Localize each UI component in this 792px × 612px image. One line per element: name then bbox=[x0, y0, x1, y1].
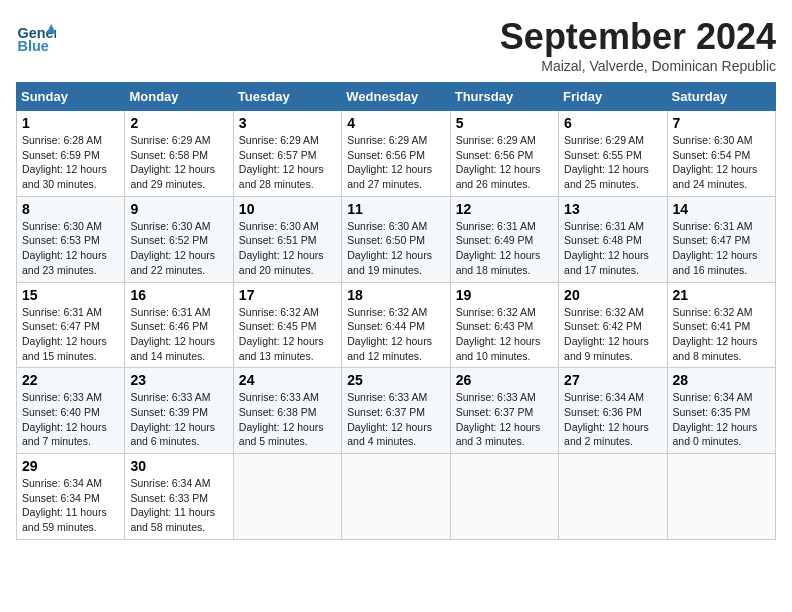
col-tuesday: Tuesday bbox=[233, 83, 341, 111]
day-info: Sunrise: 6:31 AM Sunset: 6:49 PM Dayligh… bbox=[456, 219, 553, 278]
day-number: 20 bbox=[564, 287, 661, 303]
day-info: Sunrise: 6:34 AM Sunset: 6:35 PM Dayligh… bbox=[673, 390, 770, 449]
day-number: 18 bbox=[347, 287, 444, 303]
day-info: Sunrise: 6:32 AM Sunset: 6:45 PM Dayligh… bbox=[239, 305, 336, 364]
calendar-week-row: 22 Sunrise: 6:33 AM Sunset: 6:40 PM Dayl… bbox=[17, 368, 776, 454]
calendar-day-cell: 10 Sunrise: 6:30 AM Sunset: 6:51 PM Dayl… bbox=[233, 196, 341, 282]
day-info: Sunrise: 6:31 AM Sunset: 6:48 PM Dayligh… bbox=[564, 219, 661, 278]
calendar-day-cell: 16 Sunrise: 6:31 AM Sunset: 6:46 PM Dayl… bbox=[125, 282, 233, 368]
day-number: 11 bbox=[347, 201, 444, 217]
calendar-day-cell: 27 Sunrise: 6:34 AM Sunset: 6:36 PM Dayl… bbox=[559, 368, 667, 454]
day-info: Sunrise: 6:29 AM Sunset: 6:57 PM Dayligh… bbox=[239, 133, 336, 192]
calendar-day-cell: 17 Sunrise: 6:32 AM Sunset: 6:45 PM Dayl… bbox=[233, 282, 341, 368]
calendar-day-cell: 2 Sunrise: 6:29 AM Sunset: 6:58 PM Dayli… bbox=[125, 111, 233, 197]
day-info: Sunrise: 6:30 AM Sunset: 6:53 PM Dayligh… bbox=[22, 219, 119, 278]
day-info: Sunrise: 6:33 AM Sunset: 6:39 PM Dayligh… bbox=[130, 390, 227, 449]
calendar-day-cell: 28 Sunrise: 6:34 AM Sunset: 6:35 PM Dayl… bbox=[667, 368, 775, 454]
calendar-day-cell bbox=[342, 454, 450, 540]
calendar-day-cell: 9 Sunrise: 6:30 AM Sunset: 6:52 PM Dayli… bbox=[125, 196, 233, 282]
day-number: 24 bbox=[239, 372, 336, 388]
calendar-day-cell: 30 Sunrise: 6:34 AM Sunset: 6:33 PM Dayl… bbox=[125, 454, 233, 540]
day-info: Sunrise: 6:33 AM Sunset: 6:38 PM Dayligh… bbox=[239, 390, 336, 449]
month-title: September 2024 bbox=[500, 16, 776, 58]
calendar-day-cell: 5 Sunrise: 6:29 AM Sunset: 6:56 PM Dayli… bbox=[450, 111, 558, 197]
calendar-table: Sunday Monday Tuesday Wednesday Thursday… bbox=[16, 82, 776, 540]
calendar-day-cell: 11 Sunrise: 6:30 AM Sunset: 6:50 PM Dayl… bbox=[342, 196, 450, 282]
day-number: 9 bbox=[130, 201, 227, 217]
calendar-week-row: 29 Sunrise: 6:34 AM Sunset: 6:34 PM Dayl… bbox=[17, 454, 776, 540]
day-number: 21 bbox=[673, 287, 770, 303]
col-thursday: Thursday bbox=[450, 83, 558, 111]
day-number: 28 bbox=[673, 372, 770, 388]
calendar-day-cell: 15 Sunrise: 6:31 AM Sunset: 6:47 PM Dayl… bbox=[17, 282, 125, 368]
day-info: Sunrise: 6:32 AM Sunset: 6:43 PM Dayligh… bbox=[456, 305, 553, 364]
day-info: Sunrise: 6:32 AM Sunset: 6:42 PM Dayligh… bbox=[564, 305, 661, 364]
calendar-day-cell: 1 Sunrise: 6:28 AM Sunset: 6:59 PM Dayli… bbox=[17, 111, 125, 197]
day-number: 14 bbox=[673, 201, 770, 217]
calendar-day-cell: 13 Sunrise: 6:31 AM Sunset: 6:48 PM Dayl… bbox=[559, 196, 667, 282]
calendar-day-cell bbox=[667, 454, 775, 540]
day-info: Sunrise: 6:30 AM Sunset: 6:50 PM Dayligh… bbox=[347, 219, 444, 278]
day-number: 5 bbox=[456, 115, 553, 131]
day-info: Sunrise: 6:34 AM Sunset: 6:36 PM Dayligh… bbox=[564, 390, 661, 449]
day-info: Sunrise: 6:31 AM Sunset: 6:47 PM Dayligh… bbox=[673, 219, 770, 278]
calendar-week-row: 8 Sunrise: 6:30 AM Sunset: 6:53 PM Dayli… bbox=[17, 196, 776, 282]
day-number: 2 bbox=[130, 115, 227, 131]
calendar-day-cell: 12 Sunrise: 6:31 AM Sunset: 6:49 PM Dayl… bbox=[450, 196, 558, 282]
day-number: 17 bbox=[239, 287, 336, 303]
calendar-day-cell: 8 Sunrise: 6:30 AM Sunset: 6:53 PM Dayli… bbox=[17, 196, 125, 282]
day-number: 13 bbox=[564, 201, 661, 217]
day-info: Sunrise: 6:34 AM Sunset: 6:33 PM Dayligh… bbox=[130, 476, 227, 535]
col-monday: Monday bbox=[125, 83, 233, 111]
calendar-week-row: 15 Sunrise: 6:31 AM Sunset: 6:47 PM Dayl… bbox=[17, 282, 776, 368]
calendar-day-cell bbox=[450, 454, 558, 540]
calendar-week-row: 1 Sunrise: 6:28 AM Sunset: 6:59 PM Dayli… bbox=[17, 111, 776, 197]
day-info: Sunrise: 6:31 AM Sunset: 6:46 PM Dayligh… bbox=[130, 305, 227, 364]
day-info: Sunrise: 6:30 AM Sunset: 6:51 PM Dayligh… bbox=[239, 219, 336, 278]
day-number: 12 bbox=[456, 201, 553, 217]
day-info: Sunrise: 6:31 AM Sunset: 6:47 PM Dayligh… bbox=[22, 305, 119, 364]
day-number: 25 bbox=[347, 372, 444, 388]
col-saturday: Saturday bbox=[667, 83, 775, 111]
calendar-day-cell: 22 Sunrise: 6:33 AM Sunset: 6:40 PM Dayl… bbox=[17, 368, 125, 454]
day-number: 7 bbox=[673, 115, 770, 131]
calendar-day-cell: 29 Sunrise: 6:34 AM Sunset: 6:34 PM Dayl… bbox=[17, 454, 125, 540]
day-number: 15 bbox=[22, 287, 119, 303]
calendar-header-row: Sunday Monday Tuesday Wednesday Thursday… bbox=[17, 83, 776, 111]
calendar-day-cell: 14 Sunrise: 6:31 AM Sunset: 6:47 PM Dayl… bbox=[667, 196, 775, 282]
day-info: Sunrise: 6:34 AM Sunset: 6:34 PM Dayligh… bbox=[22, 476, 119, 535]
calendar-day-cell bbox=[233, 454, 341, 540]
calendar-day-cell: 26 Sunrise: 6:33 AM Sunset: 6:37 PM Dayl… bbox=[450, 368, 558, 454]
day-number: 22 bbox=[22, 372, 119, 388]
day-info: Sunrise: 6:30 AM Sunset: 6:54 PM Dayligh… bbox=[673, 133, 770, 192]
day-number: 19 bbox=[456, 287, 553, 303]
calendar-day-cell: 25 Sunrise: 6:33 AM Sunset: 6:37 PM Dayl… bbox=[342, 368, 450, 454]
day-number: 23 bbox=[130, 372, 227, 388]
day-number: 4 bbox=[347, 115, 444, 131]
logo: General Blue bbox=[16, 16, 60, 56]
day-number: 3 bbox=[239, 115, 336, 131]
title-block: September 2024 Maizal, Valverde, Dominic… bbox=[500, 16, 776, 74]
day-number: 26 bbox=[456, 372, 553, 388]
day-info: Sunrise: 6:29 AM Sunset: 6:56 PM Dayligh… bbox=[347, 133, 444, 192]
day-info: Sunrise: 6:32 AM Sunset: 6:41 PM Dayligh… bbox=[673, 305, 770, 364]
calendar-day-cell: 19 Sunrise: 6:32 AM Sunset: 6:43 PM Dayl… bbox=[450, 282, 558, 368]
calendar-day-cell: 6 Sunrise: 6:29 AM Sunset: 6:55 PM Dayli… bbox=[559, 111, 667, 197]
day-info: Sunrise: 6:32 AM Sunset: 6:44 PM Dayligh… bbox=[347, 305, 444, 364]
calendar-day-cell: 18 Sunrise: 6:32 AM Sunset: 6:44 PM Dayl… bbox=[342, 282, 450, 368]
day-number: 1 bbox=[22, 115, 119, 131]
calendar-day-cell: 20 Sunrise: 6:32 AM Sunset: 6:42 PM Dayl… bbox=[559, 282, 667, 368]
col-friday: Friday bbox=[559, 83, 667, 111]
svg-text:Blue: Blue bbox=[18, 38, 49, 54]
day-info: Sunrise: 6:28 AM Sunset: 6:59 PM Dayligh… bbox=[22, 133, 119, 192]
day-number: 16 bbox=[130, 287, 227, 303]
day-info: Sunrise: 6:33 AM Sunset: 6:37 PM Dayligh… bbox=[347, 390, 444, 449]
day-number: 29 bbox=[22, 458, 119, 474]
page-header: General Blue September 2024 Maizal, Valv… bbox=[16, 16, 776, 74]
location-subtitle: Maizal, Valverde, Dominican Republic bbox=[500, 58, 776, 74]
calendar-day-cell: 21 Sunrise: 6:32 AM Sunset: 6:41 PM Dayl… bbox=[667, 282, 775, 368]
calendar-day-cell: 7 Sunrise: 6:30 AM Sunset: 6:54 PM Dayli… bbox=[667, 111, 775, 197]
day-info: Sunrise: 6:33 AM Sunset: 6:37 PM Dayligh… bbox=[456, 390, 553, 449]
day-number: 30 bbox=[130, 458, 227, 474]
day-number: 27 bbox=[564, 372, 661, 388]
